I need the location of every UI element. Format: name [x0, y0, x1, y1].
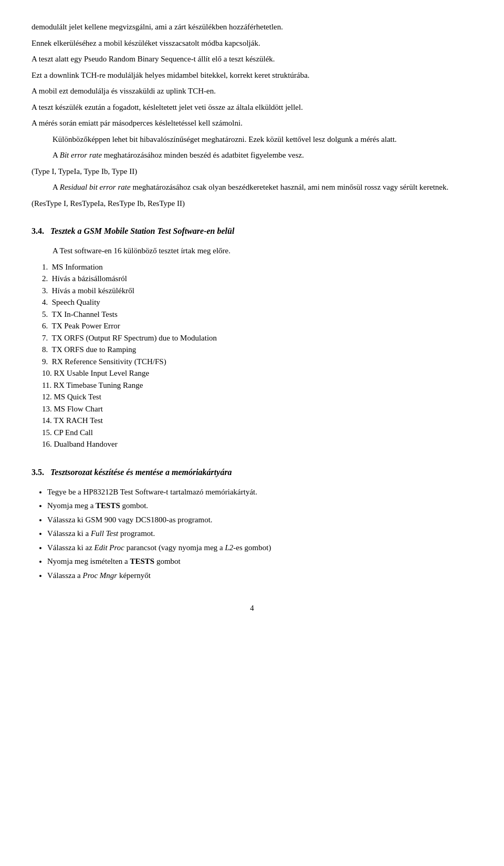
paragraph-4: Ezt a downlink TCH-re modulálják helyes …	[32, 69, 472, 81]
paragraph-1: demodulált jelet kellene megvizsgálni, a…	[32, 21, 472, 33]
bullet-item-4: Válassza ki a Full Test programot.	[47, 528, 472, 540]
list-item: 12. MS Quick Test	[42, 391, 472, 403]
bullet-item-7: Válassza a Proc Mngr képernyőt	[47, 570, 472, 582]
list-item: 9. RX Reference Sensitivity (TCH/FS)	[42, 356, 472, 368]
list-item: 10. RX Usable Input Level Range	[42, 367, 472, 379]
list-item: 16. Dualband Handover	[42, 438, 472, 450]
section-35-number: 3.5.	[32, 468, 44, 477]
page-number-value: 4	[250, 604, 254, 612]
section-34-intro: A Test software-en 16 különböző tesztet …	[32, 245, 472, 257]
list-item: 5. TX In-Channel Tests	[42, 308, 472, 321]
paragraph-10: (Type I, TypeIa, Type Ib, Type II)	[32, 166, 472, 178]
paragraph-8: Különbözőképpen lehet bit hibavalószínűs…	[32, 133, 472, 146]
paragraph-11: A Residual bit error rate meghatározásáh…	[32, 181, 472, 193]
page-content: demodulált jelet kellene megvizsgálni, a…	[32, 21, 472, 614]
section-35-heading: 3.5. Tesztsorozat készítése és mentése a…	[32, 466, 472, 479]
list-item: 13. MS Flow Chart	[42, 403, 472, 415]
list-item-speech-quality: 4. Speech Quality	[42, 296, 472, 308]
page-number: 4	[32, 602, 472, 614]
paragraph-3: A teszt alatt egy Pseudo Random Binary S…	[32, 53, 472, 65]
paragraph-6: A teszt készülék ezután a fogadott, késl…	[32, 101, 472, 114]
paragraph-2: Ennek elkerüléséhez a mobil készüléket v…	[32, 37, 472, 49]
bullet-list: Tegye be a HP83212B Test Software-t tart…	[47, 486, 472, 582]
list-item: 8. TX ORFS due to Ramping	[42, 344, 472, 356]
paragraph-7: A mérés során emiatt pár másodperces kés…	[32, 117, 472, 129]
numbered-list: 1. MS Information 2. Hívás a bázisállomá…	[42, 261, 472, 450]
list-item: 7. TX ORFS (Output RF Spectrum) due to M…	[42, 332, 472, 344]
list-item: 15. CP End Call	[42, 427, 472, 439]
section-34-number: 3.4.	[32, 226, 44, 235]
list-item: 11. RX Timebase Tuning Range	[42, 379, 472, 391]
paragraph-9: A Bit error rate meghatározásához minden…	[32, 149, 472, 161]
section-34-heading: 3.4. Tesztek a GSM Mobile Station Test S…	[32, 225, 472, 238]
bullet-item-1: Tegye be a HP83212B Test Software-t tart…	[47, 486, 472, 498]
section-35: 3.5. Tesztsorozat készítése és mentése a…	[32, 466, 472, 582]
list-item: 3. Hívás a mobil készülékről	[42, 285, 472, 297]
bullet-item-6: Nyomja meg ismételten a TESTS gombot	[47, 555, 472, 568]
list-item: 14. TX RACH Test	[42, 415, 472, 427]
bullet-item-5: Válassza ki az Edit Proc parancsot (vagy…	[47, 542, 472, 554]
list-item: 1. MS Information	[42, 261, 472, 273]
section-34: 3.4. Tesztek a GSM Mobile Station Test S…	[32, 225, 472, 450]
paragraph-12: (ResType I, ResTypeIa, ResType Ib, ResTy…	[32, 198, 472, 210]
paragraph-5: A mobil ezt demodulálja és visszaküldi a…	[32, 85, 472, 97]
bullet-item-2: Nyomja meg a TESTS gombot.	[47, 500, 472, 512]
list-item: 6. TX Peak Power Error	[42, 320, 472, 332]
list-item: 2. Hívás a bázisállomásról	[42, 273, 472, 285]
bullet-item-3: Válassza ki GSM 900 vagy DCS1800-as prog…	[47, 514, 472, 526]
